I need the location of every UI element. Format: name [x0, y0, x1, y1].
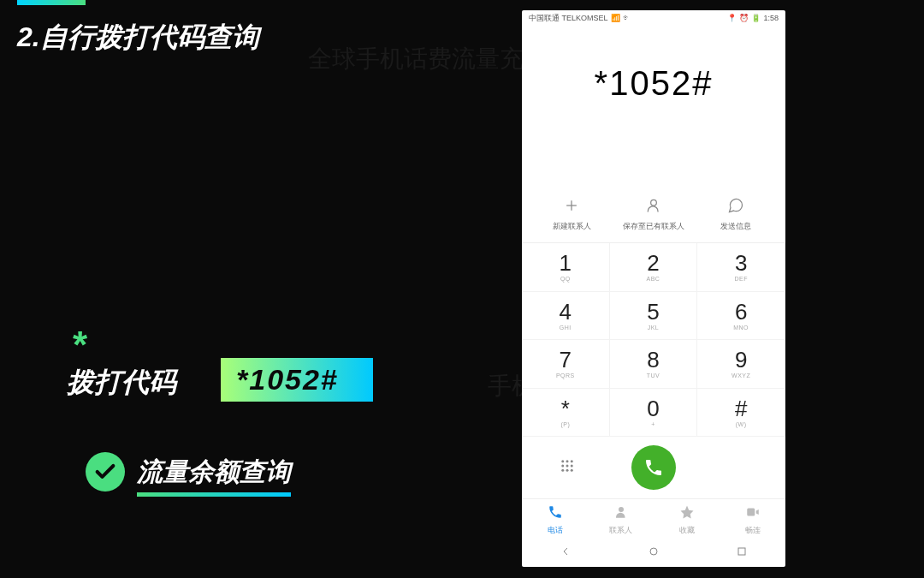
svg-rect-15: [738, 548, 745, 555]
carrier-label: 中国联通 TELKOMSEL: [529, 13, 608, 24]
key-digit: 5: [647, 301, 659, 323]
svg-point-8: [571, 465, 573, 468]
plus-icon: [563, 197, 580, 217]
key-hash[interactable]: #(W): [697, 389, 785, 438]
signal-icon: 📶: [611, 14, 620, 22]
underline-decor: [137, 492, 291, 497]
key-sub: DEF: [734, 276, 748, 282]
accent-bar: [17, 0, 86, 5]
tab-phone[interactable]: 电话: [530, 504, 581, 536]
dial-code-highlight: *1052#: [221, 358, 373, 402]
key-sub: +: [651, 421, 655, 427]
dialed-number: *1052#: [522, 26, 785, 197]
svg-point-7: [566, 465, 569, 468]
tab-meettime[interactable]: 畅连: [727, 504, 779, 536]
svg-point-12: [619, 507, 624, 512]
action-label: 新建联系人: [553, 221, 591, 232]
key-sub: (W): [736, 421, 747, 427]
new-contact-button[interactable]: 新建联系人: [537, 197, 606, 232]
tab-label: 电话: [548, 525, 563, 536]
keypad-toggle-icon[interactable]: [560, 458, 575, 477]
alarm-icon: ⏰: [739, 14, 749, 22]
key-digit: *: [561, 397, 570, 420]
video-icon: [745, 504, 761, 523]
key-digit: 0: [647, 397, 659, 420]
message-icon: [727, 197, 744, 217]
clock-label: 1:58: [763, 14, 779, 22]
key-sub: ABC: [647, 276, 660, 282]
key-4[interactable]: 4GHI: [522, 292, 610, 341]
android-navbar: [522, 539, 785, 567]
status-bar: 中国联通 TELKOMSEL 📶 ᯤ 📍 ⏰ 🔋 1:58: [522, 10, 785, 26]
phone-icon: [548, 504, 563, 523]
key-sub: (P): [560, 421, 570, 427]
nav-home-button[interactable]: [647, 545, 660, 562]
battery-icon: 🔋: [751, 14, 761, 22]
key-sub: PQRS: [556, 372, 575, 378]
nav-recent-button[interactable]: [735, 545, 749, 562]
dial-label: 拨打代码: [67, 364, 176, 402]
svg-point-3: [561, 460, 564, 462]
svg-point-14: [650, 548, 657, 555]
key-digit: 8: [647, 349, 659, 371]
svg-point-10: [566, 469, 569, 472]
action-label: 发送信息: [720, 221, 751, 232]
nav-back-button[interactable]: [559, 545, 572, 562]
svg-point-5: [571, 460, 573, 462]
key-digit: 1: [560, 252, 572, 274]
location-icon: 📍: [727, 14, 737, 22]
key-1[interactable]: 1QQ: [522, 243, 610, 292]
contacts-icon: [613, 504, 629, 523]
tab-favorites[interactable]: 收藏: [661, 504, 713, 536]
key-sub: GHI: [560, 325, 572, 331]
section-heading: 2.自行拨打代码查询: [17, 19, 259, 57]
key-8[interactable]: 8TUV: [610, 340, 698, 389]
key-sub: MNO: [733, 325, 749, 331]
call-button[interactable]: [631, 445, 676, 490]
key-digit: 2: [647, 252, 659, 274]
key-sub: JKL: [648, 325, 660, 331]
call-row: [522, 437, 785, 498]
dial-keypad: 1QQ 2ABC 3DEF 4GHI 5JKL 6MNO 7PQRS 8TUV …: [522, 242, 785, 437]
star-icon: [679, 504, 695, 523]
key-2[interactable]: 2ABC: [610, 243, 698, 292]
action-label: 保存至已有联系人: [623, 221, 684, 232]
check-icon: [86, 452, 125, 492]
tab-label: 收藏: [679, 525, 695, 536]
feature-text-label: 流量余额查询: [137, 457, 291, 486]
wifi-icon: ᯤ: [623, 14, 631, 22]
svg-point-6: [561, 465, 564, 468]
key-digit: 9: [735, 349, 747, 371]
send-message-button[interactable]: 发送信息: [702, 197, 770, 232]
key-7[interactable]: 7PQRS: [522, 340, 610, 389]
tab-label: 联系人: [609, 525, 632, 536]
svg-point-9: [561, 469, 564, 472]
key-star[interactable]: *(P): [522, 389, 610, 438]
tab-label: 畅连: [745, 525, 761, 536]
key-5[interactable]: 5JKL: [610, 292, 698, 341]
key-digit: 6: [735, 301, 747, 323]
svg-point-11: [571, 469, 573, 472]
key-digit: 4: [560, 301, 572, 323]
tab-contacts[interactable]: 联系人: [595, 504, 647, 536]
svg-point-2: [651, 200, 657, 206]
feature-text: 流量余额查询: [137, 455, 291, 490]
svg-rect-13: [747, 509, 755, 516]
key-digit: #: [735, 397, 747, 420]
key-sub: QQ: [560, 276, 571, 282]
person-icon: [645, 197, 662, 217]
bottom-tabs: 电话 联系人 收藏 畅连: [522, 498, 785, 539]
phone-mockup: 中国联通 TELKOMSEL 📶 ᯤ 📍 ⏰ 🔋 1:58 *1052# 新建联…: [522, 10, 785, 567]
key-sub: TUV: [647, 372, 660, 378]
key-9[interactable]: 9WXYZ: [697, 340, 785, 389]
contact-actions: 新建联系人 保存至已有联系人 发送信息: [522, 197, 785, 242]
key-6[interactable]: 6MNO: [697, 292, 785, 341]
svg-point-4: [566, 460, 569, 462]
save-contact-button[interactable]: 保存至已有联系人: [619, 197, 688, 232]
key-digit: 3: [735, 252, 747, 274]
key-0[interactable]: 0+: [610, 389, 698, 438]
key-3[interactable]: 3DEF: [697, 243, 785, 292]
asterisk-icon: *: [73, 324, 87, 366]
feature-row: 流量余额查询: [86, 452, 291, 492]
key-digit: 7: [560, 349, 572, 371]
